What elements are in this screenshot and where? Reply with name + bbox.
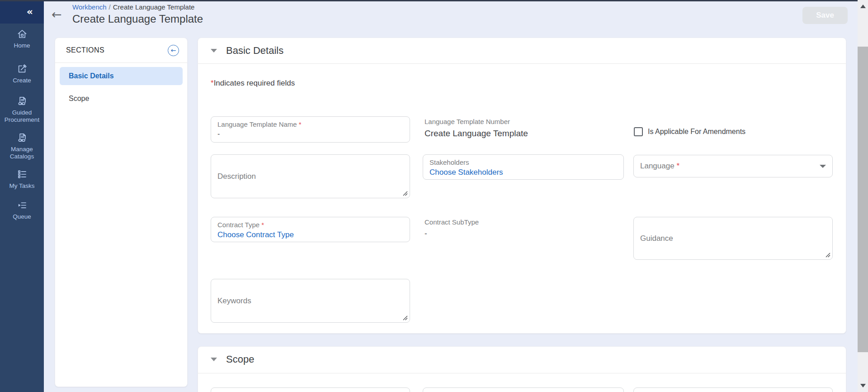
section-title: Scope bbox=[226, 354, 254, 365]
divider bbox=[55, 62, 187, 63]
language-template-number-field: Language Template Number Create Language… bbox=[425, 118, 528, 139]
field-label: Stakeholders bbox=[423, 155, 623, 166]
region-field[interactable]: Region bbox=[633, 387, 833, 392]
queue-icon bbox=[16, 199, 28, 211]
sidebar-item-my-tasks[interactable]: My Tasks bbox=[0, 168, 44, 190]
scroll-down-icon bbox=[860, 384, 866, 387]
checkbox-label: Is Applicable For Amendments bbox=[648, 128, 745, 136]
choose-contract-type-link[interactable]: Choose Contract Type bbox=[211, 229, 410, 239]
section-item-basic-details[interactable]: Basic Details bbox=[60, 67, 183, 85]
my-tasks-icon bbox=[16, 168, 28, 180]
guidance-textarea[interactable]: Guidance bbox=[633, 217, 833, 260]
field-label: Region bbox=[634, 388, 832, 392]
scope-section: Scope Category Organization Entity Regio… bbox=[198, 346, 846, 392]
field-label: Contract SubType bbox=[425, 218, 479, 226]
basic-details-header: Basic Details bbox=[198, 38, 846, 63]
field-label: Category bbox=[211, 388, 410, 392]
section-item-scope[interactable]: Scope bbox=[60, 90, 183, 108]
textarea-placeholder: Description bbox=[217, 172, 256, 181]
collapse-panel-button[interactable]: ← bbox=[168, 45, 179, 56]
field-value[interactable]: - bbox=[211, 128, 410, 138]
sidebar-item-queue[interactable]: Queue bbox=[0, 199, 44, 220]
sections-panel: SECTIONS ← Basic Details Scope bbox=[55, 38, 188, 387]
breadcrumb-separator: / bbox=[107, 3, 113, 11]
contract-subtype-field: Contract SubType - bbox=[425, 218, 479, 238]
home-icon bbox=[16, 28, 28, 40]
scrollbar[interactable] bbox=[858, 0, 868, 392]
description-textarea[interactable]: Description bbox=[211, 154, 410, 198]
sidebar-item-home[interactable]: Home bbox=[0, 28, 44, 49]
sidebar-collapse-button[interactable]: « bbox=[0, 0, 44, 24]
dropdown-arrow-icon bbox=[820, 165, 826, 168]
is-applicable-checkbox[interactable] bbox=[634, 127, 643, 136]
breadcrumb-workbench-link[interactable]: Workbench bbox=[72, 3, 107, 11]
sections-panel-header: SECTIONS ← bbox=[55, 38, 187, 62]
sidebar: « Home Create Guided Procurement Manage … bbox=[0, 0, 44, 392]
scrollbar-thumb[interactable] bbox=[858, 47, 868, 352]
breadcrumb: Workbench/Create Language Template bbox=[72, 3, 194, 11]
field-value: Create Language Template bbox=[425, 129, 528, 139]
resize-handle-icon[interactable] bbox=[825, 252, 830, 258]
scrollbar-down-button[interactable] bbox=[858, 380, 868, 391]
field-label: Language Template Name * bbox=[211, 117, 410, 128]
resize-handle-icon[interactable] bbox=[402, 315, 408, 320]
field-label: Language * bbox=[640, 162, 679, 171]
collapse-section-icon[interactable] bbox=[211, 49, 217, 53]
sidebar-item-label: Create bbox=[0, 77, 44, 84]
organization-entity-field[interactable]: Organization Entity bbox=[423, 387, 624, 392]
scrollbar-up-button[interactable] bbox=[858, 1, 868, 12]
keywords-textarea[interactable]: Keywords bbox=[211, 279, 410, 323]
guided-procurement-icon bbox=[16, 95, 28, 107]
sidebar-item-create[interactable]: Create bbox=[0, 63, 44, 84]
field-label: Contract Type * bbox=[211, 217, 410, 229]
manage-catalogs-icon bbox=[16, 132, 28, 143]
textarea-placeholder: Keywords bbox=[217, 296, 251, 306]
contract-type-field: Contract Type * Choose Contract Type bbox=[211, 217, 410, 242]
sidebar-item-label: My Tasks bbox=[0, 182, 44, 190]
save-button[interactable]: Save bbox=[802, 7, 848, 24]
create-icon bbox=[16, 63, 28, 75]
collapse-section-icon[interactable] bbox=[211, 358, 217, 361]
language-select[interactable]: Language * bbox=[633, 155, 833, 177]
language-template-name-field[interactable]: Language Template Name * - bbox=[211, 116, 410, 143]
sections-panel-title: SECTIONS bbox=[66, 46, 104, 54]
divider bbox=[198, 63, 846, 64]
scroll-up-icon bbox=[860, 5, 866, 8]
sidebar-item-manage-catalogs[interactable]: Manage Catalogs bbox=[0, 132, 44, 160]
section-title: Basic Details bbox=[226, 45, 283, 57]
choose-stakeholders-link[interactable]: Choose Stakeholders bbox=[423, 166, 623, 177]
sidebar-item-guided-procurement[interactable]: Guided Procurement bbox=[0, 95, 44, 124]
resize-handle-icon[interactable] bbox=[402, 191, 408, 196]
breadcrumb-current: Create Language Template bbox=[113, 3, 195, 11]
required-fields-note: *Indicates required fields bbox=[211, 79, 295, 88]
sidebar-item-label: Queue bbox=[0, 213, 44, 220]
textarea-placeholder: Guidance bbox=[640, 234, 673, 243]
field-label: Language Template Number bbox=[425, 118, 528, 125]
divider bbox=[198, 373, 846, 373]
page-title: Create Language Template bbox=[72, 13, 203, 25]
is-applicable-for-amendments-field: Is Applicable For Amendments bbox=[634, 127, 745, 136]
field-value: - bbox=[425, 229, 479, 238]
sidebar-item-label: Guided Procurement bbox=[0, 109, 44, 124]
category-field[interactable]: Category bbox=[211, 387, 410, 392]
sidebar-item-label: Home bbox=[0, 42, 44, 49]
field-label: Organization Entity bbox=[423, 388, 623, 392]
scope-header: Scope bbox=[198, 347, 846, 372]
stakeholders-field: Stakeholders Choose Stakeholders bbox=[423, 154, 624, 180]
top-strip bbox=[0, 0, 868, 1]
basic-details-section: Basic Details *Indicates required fields… bbox=[198, 38, 846, 334]
collapse-sidebar-icon[interactable]: « bbox=[27, 7, 33, 17]
sidebar-item-label: Manage Catalogs bbox=[0, 146, 44, 160]
back-button[interactable]: ← bbox=[52, 8, 62, 20]
